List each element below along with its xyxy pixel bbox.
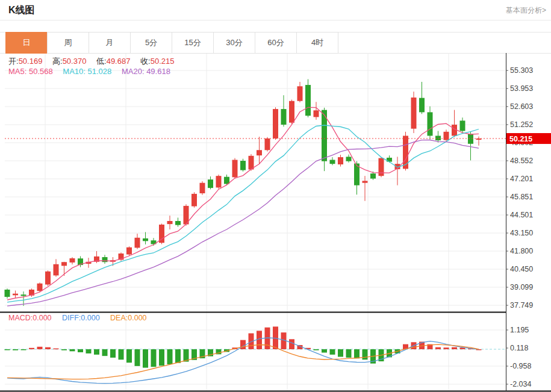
macd-histogram-bar xyxy=(102,349,108,356)
candlestick xyxy=(297,86,303,101)
macd-histogram-bar xyxy=(167,349,173,364)
y-axis-label: 48.552 xyxy=(510,157,533,165)
macd-histogram-bar xyxy=(70,349,75,351)
macd-histogram-bar xyxy=(444,347,449,349)
macd-histogram-bar xyxy=(151,349,157,367)
current-price-label: 50.215 xyxy=(506,133,551,144)
candlestick xyxy=(191,194,197,207)
close-value: 50.215 xyxy=(151,57,175,66)
macd-histogram-bar xyxy=(126,349,132,362)
y-axis-label: 41.800 xyxy=(510,247,533,255)
candlestick xyxy=(330,160,335,164)
candlestick xyxy=(208,179,213,188)
candlestick xyxy=(70,258,75,263)
macd-histogram-bar xyxy=(61,349,67,350)
candlestick xyxy=(167,221,173,224)
candlestick xyxy=(54,264,59,276)
candlestick xyxy=(232,160,238,177)
candlestick xyxy=(403,135,408,169)
candlestick xyxy=(13,294,18,296)
macd-histogram-bar xyxy=(452,347,457,349)
candlestick xyxy=(314,110,319,117)
macd-histogram-bar xyxy=(354,349,360,358)
y-axis-label: 39.099 xyxy=(510,283,533,291)
macd-histogram-bar xyxy=(159,349,164,366)
macd-histogram-bar xyxy=(289,339,294,349)
candlestick xyxy=(363,181,368,182)
candlestick xyxy=(126,247,132,255)
macd-histogram-bar xyxy=(257,331,262,349)
macd-histogram-bar xyxy=(45,347,51,349)
candlestick xyxy=(135,238,140,248)
candlestick xyxy=(460,120,465,131)
macd-histogram-bar xyxy=(435,347,441,349)
candlestick xyxy=(61,262,67,266)
low-value: 49.687 xyxy=(107,57,131,66)
tab-60min[interactable]: 60分 xyxy=(255,32,297,54)
y-axis-label: -2.034 xyxy=(510,380,531,388)
candlestick xyxy=(265,138,270,150)
macd-histogram-bar xyxy=(338,349,343,357)
ma20-readout: MA20: 49.618 xyxy=(122,67,170,76)
macd-histogram-bar xyxy=(13,349,18,350)
candlestick xyxy=(273,109,278,138)
macd-histogram-bar xyxy=(363,349,368,359)
high-label: 高: xyxy=(52,57,63,66)
dea-value: DEA:0.000 xyxy=(110,314,146,322)
diff-value: DIFF:0.000 xyxy=(62,314,100,322)
candlestick xyxy=(370,173,376,178)
candlestick xyxy=(468,134,473,144)
candlestick xyxy=(338,157,343,164)
macd-histogram-bar xyxy=(21,349,26,350)
candlestick xyxy=(175,221,181,225)
macd-histogram-bar xyxy=(54,349,59,350)
y-axis-label: 37.749 xyxy=(510,301,533,310)
y-axis-label: 47.201 xyxy=(510,175,533,183)
main-y-axis-labels: 55.30353.95352.60351.25249.90248.55247.2… xyxy=(506,66,533,310)
candlestick xyxy=(305,85,311,116)
candlestick xyxy=(143,238,148,241)
tab-week[interactable]: 周 xyxy=(47,32,89,54)
macd-histogram-bar xyxy=(346,349,352,358)
macd-histogram-bar xyxy=(322,349,327,353)
candlestick xyxy=(5,290,10,297)
macd-histogram-bar xyxy=(110,349,116,358)
ma5-readout: MA5: 50.568 xyxy=(8,67,53,76)
tab-month[interactable]: 月 xyxy=(89,32,131,54)
ohlc-readout: 开:50.169 高:50.370 低:49.687 收:50.215 xyxy=(8,56,182,67)
macd-histogram-bar xyxy=(37,347,43,349)
macd-histogram-bar xyxy=(78,349,83,352)
close-label: 收: xyxy=(140,57,151,66)
tab-15min[interactable]: 15分 xyxy=(172,32,214,54)
y-axis-label: 51.252 xyxy=(510,120,533,129)
y-axis-label: 45.851 xyxy=(510,193,533,201)
y-axis-label: 0.118 xyxy=(510,344,528,352)
macd-histogram-bar xyxy=(135,349,140,366)
candlestick xyxy=(102,257,108,262)
y-axis-label: 53.953 xyxy=(510,84,533,93)
macd-histogram-bar xyxy=(143,349,148,368)
tab-day[interactable]: 日 xyxy=(5,32,48,54)
candlestick xyxy=(249,156,254,170)
y-axis-label: 55.303 xyxy=(510,66,533,75)
macd-histogram-bar xyxy=(314,349,319,350)
tab-4hour[interactable]: 4时 xyxy=(296,32,338,54)
candlestick xyxy=(411,98,417,129)
tab-30min[interactable]: 30分 xyxy=(213,32,255,54)
macd-histogram-bar xyxy=(330,349,335,355)
candlestick xyxy=(281,109,287,125)
candlesticks-layer xyxy=(5,79,482,306)
candlestick xyxy=(419,98,425,113)
ma-readout: MA5: 50.568 MA10: 51.028 MA20: 49.618 xyxy=(8,67,170,76)
candlestick xyxy=(45,272,51,285)
tab-5min[interactable]: 5分 xyxy=(130,32,172,54)
y-axis-label: 43.150 xyxy=(510,229,533,237)
macd-histogram-bar xyxy=(119,349,124,359)
macd-y-axis-labels: 1.1950.118-0.958-2.034 xyxy=(506,326,531,388)
open-value: 50.169 xyxy=(19,57,43,66)
grid-layer xyxy=(5,53,506,390)
current-price-text: 50.215 xyxy=(509,135,532,143)
ma10-readout: MA10: 51.028 xyxy=(63,67,111,76)
low-label: 低: xyxy=(96,57,107,66)
candlestick xyxy=(428,112,433,135)
